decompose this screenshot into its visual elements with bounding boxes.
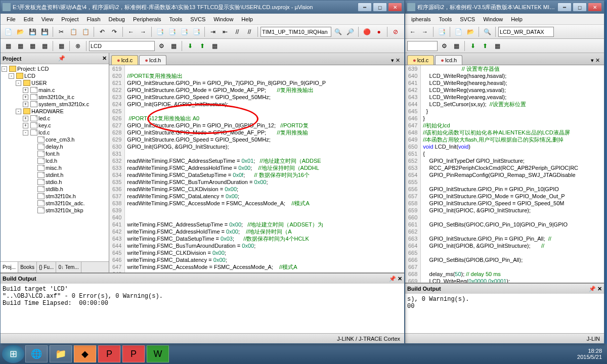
comment-icon[interactable]: //: [232, 26, 243, 37]
options-icon[interactable]: ⚙: [439, 40, 450, 52]
tab-close-icon[interactable]: ▾ ✕: [589, 56, 602, 65]
menu-flash[interactable]: Flash: [83, 15, 105, 23]
erase-icon[interactable]: ⬆: [197, 40, 208, 52]
search-combo-2[interactable]: [498, 27, 554, 37]
tree-node[interactable]: -lcd.c: [2, 129, 108, 136]
start-button[interactable]: ⊞: [2, 345, 24, 363]
taskbar-app1-icon[interactable]: ◆: [74, 345, 96, 362]
back-icon[interactable]: ←: [407, 26, 418, 37]
rebuild-icon[interactable]: ▦: [15, 40, 26, 52]
open-icon[interactable]: 📂: [465, 26, 476, 37]
code-area-1[interactable]: 6196206216226236246256266276286296306316…: [109, 65, 404, 272]
project-tab[interactable]: Proj...: [1, 262, 18, 272]
taskbar-app3-icon[interactable]: P: [122, 345, 145, 362]
tree-node[interactable]: lcd.h: [2, 157, 108, 164]
tree-node[interactable]: font.h: [2, 150, 108, 157]
build-icon[interactable]: ▦: [451, 40, 462, 52]
uncomment-icon[interactable]: //: [244, 26, 255, 37]
menu-peripherals[interactable]: Peripherals: [129, 15, 165, 23]
tree-node[interactable]: +led.c: [2, 115, 108, 122]
editor-tab[interactable]: ●lcd.h: [435, 55, 462, 65]
tree-node[interactable]: +stm32f10x_it.c: [2, 94, 108, 101]
translate-icon[interactable]: ▦: [56, 40, 67, 52]
new-icon[interactable]: 📄: [453, 26, 464, 37]
copy-icon[interactable]: 📋: [68, 26, 79, 37]
menu-help[interactable]: Help: [237, 15, 257, 23]
taskbar-explorer-icon[interactable]: 📁: [50, 345, 72, 362]
back-icon[interactable]: ←: [125, 26, 137, 37]
rebuild-icon[interactable]: ⬆: [480, 40, 491, 52]
target-combo-2[interactable]: [407, 41, 438, 51]
titlebar-2[interactable]: 程序源码\2，标准例程-V3.5库函数版本\ALIENTEK MINIST...…: [405, 1, 604, 14]
options-icon[interactable]: ⚙: [156, 40, 167, 52]
flash-icon[interactable]: ▦: [209, 40, 220, 52]
paste-icon[interactable]: 📋: [80, 26, 91, 37]
minimize-button[interactable]: ━: [358, 3, 372, 12]
panel-pin-icon[interactable]: 📌: [58, 55, 65, 62]
cut-icon[interactable]: ✂: [56, 26, 67, 37]
menu-view[interactable]: View: [37, 15, 58, 23]
project-tab[interactable]: Books: [18, 262, 37, 272]
tree-node[interactable]: -LCD: [2, 72, 108, 79]
project-tree[interactable]: -Project: LCD -LCD-USER+main.c+stm32f10x…: [1, 64, 109, 261]
find-icon[interactable]: 🔍: [332, 26, 343, 37]
menu-tools[interactable]: Tools: [165, 15, 187, 23]
debug-icon[interactable]: 🔴: [361, 26, 372, 37]
tree-node[interactable]: stm32f10x_bkp: [2, 207, 108, 214]
taskbar-app2-icon[interactable]: P: [98, 345, 120, 362]
menu-edit[interactable]: Edit: [20, 15, 37, 23]
close-button[interactable]: ✕: [388, 3, 402, 12]
download-icon[interactable]: ⬇: [185, 40, 196, 52]
menu-svcs[interactable]: SVCS: [186, 15, 209, 23]
redo-icon[interactable]: ↷: [109, 26, 120, 37]
bookmark-icon[interactable]: 📑: [154, 26, 165, 37]
build-target-icon[interactable]: ▦: [27, 40, 38, 52]
stop-icon[interactable]: ●: [373, 26, 384, 37]
taskbar-ie-icon[interactable]: 🌐: [25, 345, 48, 362]
maximize-button[interactable]: ◻: [373, 3, 387, 12]
forward-icon[interactable]: →: [419, 26, 430, 37]
bookmark-clear-icon[interactable]: 📑: [191, 26, 202, 37]
code-area-2[interactable]: 6396406416426436446456466476486496506516…: [405, 65, 604, 283]
batch-icon[interactable]: ▦: [492, 40, 503, 52]
find-next-icon[interactable]: 🔎: [344, 26, 356, 37]
bookmark-next-icon[interactable]: 📑: [179, 26, 190, 37]
tree-node[interactable]: +key.c: [2, 122, 108, 129]
outdent-icon[interactable]: ⇤: [220, 26, 231, 37]
stop-build-icon[interactable]: ⊗: [72, 40, 83, 52]
saveall-icon[interactable]: 💾: [39, 26, 50, 37]
tree-node[interactable]: -USER: [2, 79, 108, 86]
tree-node[interactable]: stdio.h: [2, 178, 108, 186]
pin-icon[interactable]: 📌 ✕: [589, 286, 602, 292]
indent-icon[interactable]: ⇥: [207, 26, 219, 37]
bookmark-icon[interactable]: 📑: [436, 26, 447, 37]
bookmark-prev-icon[interactable]: 📑: [166, 26, 178, 37]
tab-close-icon[interactable]: ▾ ✕: [389, 56, 402, 65]
tree-node[interactable]: stdint.h: [2, 171, 108, 178]
project-tab[interactable]: {} Fu...: [37, 262, 56, 272]
tree-root[interactable]: -Project: LCD: [2, 65, 108, 72]
new-icon[interactable]: 📄: [3, 26, 14, 37]
project-tab[interactable]: 0↓ Tem...: [56, 262, 81, 272]
tree-node[interactable]: stm32f10x.h: [2, 193, 108, 200]
menu-file[interactable]: File: [3, 15, 20, 23]
undo-icon[interactable]: ↶: [97, 26, 108, 37]
tree-node[interactable]: stdlib.h: [2, 186, 108, 193]
menu-debug[interactable]: Debug: [105, 15, 129, 23]
taskbar-app4-icon[interactable]: W: [147, 345, 169, 362]
menu-window[interactable]: Window: [479, 15, 507, 23]
download-icon[interactable]: ⬇: [467, 40, 479, 52]
tree-node[interactable]: +main.c: [2, 86, 108, 94]
menu-ipherals[interactable]: ipherals: [407, 15, 435, 23]
target-combo[interactable]: [89, 41, 155, 51]
menu-help[interactable]: Help: [507, 15, 527, 23]
menu-svcs[interactable]: SVCS: [456, 15, 479, 23]
panel-close-icon[interactable]: ✕: [102, 55, 107, 62]
editor-tab[interactable]: ●lcd.c: [111, 55, 138, 65]
tree-node[interactable]: core_cm3.h: [2, 136, 108, 143]
tree-node[interactable]: -HARDWARE: [2, 108, 108, 115]
build-icon[interactable]: ▦: [3, 40, 14, 52]
save-icon[interactable]: 💾: [27, 26, 38, 37]
tree-node[interactable]: misc.h: [2, 164, 108, 171]
titlebar-1[interactable]: E:\开发板光盘资料\驱动\A盘\4，程序源码\2，标准例程-库函数版本\实验1…: [1, 1, 404, 14]
